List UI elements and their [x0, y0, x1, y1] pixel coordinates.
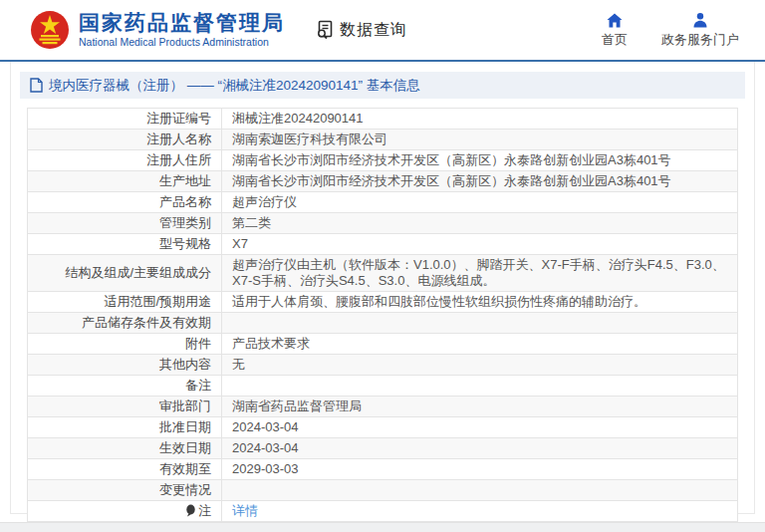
- document-search-icon: [315, 20, 335, 40]
- national-emblem-icon: [30, 8, 70, 52]
- row-label: 注册人名称: [28, 130, 222, 150]
- row-value: [222, 480, 738, 501]
- data-query-nav[interactable]: 数据查询: [315, 20, 407, 41]
- row-label: 适用范围/预期用途: [28, 292, 222, 313]
- row-value: 2024-03-04: [222, 417, 738, 438]
- table-row: 注册人住所 湖南省长沙市浏阳市经济技术开发区（高新区）永泰路创新创业园A3栋40…: [28, 150, 738, 171]
- header-nav: 首页 政务服务门户: [602, 12, 739, 49]
- document-icon: [30, 78, 43, 93]
- row-value: 无: [222, 355, 738, 376]
- row-value: 超声治疗仪由主机（软件版本：V1.0.0）、脚踏开关、X7-F手柄、治疗头F4.…: [222, 255, 738, 292]
- org-name-en: National Medical Products Administration: [79, 37, 285, 49]
- row-label: 型号规格: [28, 234, 222, 255]
- table-row: 审批部门 湖南省药品监督管理局: [28, 397, 738, 417]
- row-value: 湖南省长沙市浏阳市经济技术开发区（高新区）永泰路创新创业园A3栋401号: [222, 171, 738, 192]
- row-label: 审批部门: [28, 397, 222, 417]
- nav-portal-label: 政务服务门户: [661, 31, 739, 49]
- row-label: 结构及组成/主要组成成分: [28, 255, 222, 292]
- row-label: 注册人住所: [28, 150, 222, 171]
- table-row: 生效日期 2024-03-04: [28, 438, 738, 459]
- table-row: 有效期至 2029-03-03: [28, 459, 738, 480]
- user-icon: [692, 12, 708, 28]
- nav-item-home[interactable]: 首页: [602, 12, 628, 49]
- row-value: 2029-03-03: [222, 459, 738, 480]
- row-label: 有效期至: [28, 459, 222, 480]
- nav-home-label: 首页: [602, 31, 628, 49]
- page-bottom-strip: [0, 522, 765, 532]
- row-label: 产品储存条件及有效期: [28, 313, 222, 334]
- table-row: 变更情况: [28, 480, 738, 501]
- table-row: 注册人名称 湖南索迦医疗科技有限公司: [28, 130, 738, 150]
- row-value: 产品技术要求: [222, 334, 738, 355]
- table-row: 批准日期 2024-03-04: [28, 417, 738, 438]
- row-label: 其他内容: [28, 355, 222, 376]
- breadcrumb-text: 境内医疗器械（注册） —— “湘械注准20242090141” 基本信息: [49, 77, 420, 95]
- row-label: 备注: [28, 376, 222, 397]
- table-row: 型号规格 X7: [28, 234, 738, 255]
- table-row: 其他内容 无: [28, 355, 738, 376]
- row-value: 第二类: [222, 213, 738, 234]
- row-value: 湘械注准20242090141: [222, 109, 738, 130]
- data-query-label: 数据查询: [340, 20, 407, 41]
- row-value: 2024-03-04: [222, 438, 738, 459]
- table-row: 生产地址 湖南省长沙市浏阳市经济技术开发区（高新区）永泰路创新创业园A3栋401…: [28, 171, 738, 192]
- table-row: 备注: [28, 376, 738, 397]
- header: 国家药品监督管理局 National Medical Products Admi…: [0, 0, 765, 62]
- table-row: 附件 产品技术要求: [28, 334, 738, 355]
- home-icon: [607, 12, 623, 28]
- row-label: 产品名称: [28, 192, 222, 213]
- table-row: 注册证编号 湘械注准20242090141: [28, 109, 738, 130]
- row-label: 管理类别: [28, 213, 222, 234]
- row-label: 生产地址: [28, 171, 222, 192]
- table-row: 注 详情: [28, 501, 738, 522]
- table-row: 产品名称 超声治疗仪: [28, 192, 738, 213]
- table-row: 产品储存条件及有效期: [28, 313, 738, 334]
- table-row: 适用范围/预期用途 适用于人体肩颈、腰腹部和四肢部位慢性软组织损伤性疼痛的辅助治…: [28, 292, 738, 313]
- org-name-cn: 国家药品监督管理局: [79, 11, 285, 34]
- row-label: 生效日期: [28, 438, 222, 459]
- row-label: 附件: [28, 334, 222, 355]
- row-value: [222, 376, 738, 397]
- row-value: 湖南省长沙市浏阳市经济技术开发区（高新区）永泰路创新创业园A3栋401号: [222, 150, 738, 171]
- row-value: 超声治疗仪: [222, 192, 738, 213]
- row-label: 变更情况: [28, 480, 222, 501]
- row-value: X7: [222, 234, 738, 255]
- row-label: 批准日期: [28, 417, 222, 438]
- row-label: 注册证编号: [28, 109, 222, 130]
- row-value: 湖南省药品监督管理局: [222, 397, 738, 417]
- row-value: 适用于人体肩颈、腰腹部和四肢部位慢性软组织损伤性疼痛的辅助治疗。: [222, 292, 738, 313]
- row-label: 注: [28, 501, 222, 522]
- nmpa-logo[interactable]: 国家药品监督管理局 National Medical Products Admi…: [30, 8, 285, 52]
- nav-item-portal[interactable]: 政务服务门户: [661, 12, 739, 49]
- note-icon: [185, 504, 196, 517]
- breadcrumb: 境内医疗器械（注册） —— “湘械注准20242090141” 基本信息: [20, 72, 745, 99]
- table-row: 结构及组成/主要组成成分 超声治疗仪由主机（软件版本：V1.0.0）、脚踏开关、…: [28, 255, 738, 292]
- row-value: 湖南索迦医疗科技有限公司: [222, 130, 738, 150]
- registration-info-table: 注册证编号 湘械注准20242090141 注册人名称 湖南索迦医疗科技有限公司…: [27, 108, 738, 522]
- row-value: 详情: [222, 501, 738, 522]
- detail-link[interactable]: 详情: [232, 503, 258, 518]
- main-panel: 境内医疗器械（注册） —— “湘械注准20242090141” 基本信息 注册证…: [10, 62, 755, 514]
- row-value: [222, 313, 738, 334]
- table-row: 管理类别 第二类: [28, 213, 738, 234]
